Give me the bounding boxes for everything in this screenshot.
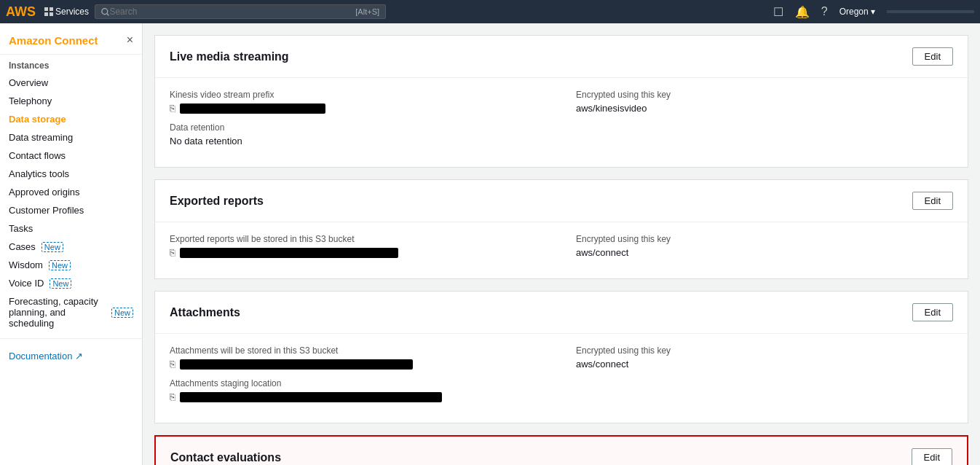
encrypted-value: aws/connect — [576, 359, 953, 370]
sidebar-item-label: Analytics tools — [9, 168, 69, 179]
edit-button-exported-reports[interactable]: Edit — [912, 192, 953, 210]
field-value-row: ⎘ — [170, 103, 547, 114]
edit-button-live-media-streaming[interactable]: Edit — [912, 47, 953, 66]
svg-rect-2 — [44, 12, 48, 16]
section-exported-reports: Exported reportsEditExported reports wil… — [154, 179, 968, 279]
field-value-row: ⎘ — [170, 247, 547, 258]
section-title: Live media streaming — [170, 50, 289, 63]
copy-icon[interactable]: ⎘ — [170, 247, 175, 258]
help-icon[interactable]: ? — [821, 5, 828, 18]
sidebar-item-contact-flows[interactable]: Contact flows — [0, 146, 142, 165]
grid-icon — [44, 7, 53, 16]
copy-icon[interactable]: ⎘ — [170, 391, 175, 402]
svg-rect-0 — [44, 7, 48, 11]
edit-button-contact-evaluations[interactable]: Edit — [912, 448, 952, 465]
field-row: Attachments staging location⎘ — [170, 378, 953, 402]
documentation-label: Documentation — [9, 351, 72, 362]
encrypted-label: Encrypted using this key — [576, 90, 953, 100]
services-button[interactable]: Services — [44, 7, 89, 17]
sidebar-item-label: Customer Profiles — [9, 205, 84, 216]
new-badge: New — [49, 260, 71, 270]
sidebar-divider — [0, 338, 142, 339]
section-title: Contact evaluations — [170, 451, 281, 464]
app-layout: Amazon Connect × Instances OverviewTelep… — [0, 23, 980, 465]
field-label: Kinesis video stream prefix — [170, 90, 547, 100]
sidebar-item-wisdom[interactable]: WisdomNew — [0, 256, 142, 274]
sidebar: Amazon Connect × Instances OverviewTelep… — [0, 23, 143, 465]
search-shortcut: [Alt+S] — [355, 7, 379, 16]
sidebar-item-cases[interactable]: CasesNew — [0, 238, 142, 256]
encrypted-group: Encrypted using this keyaws/connect — [576, 234, 953, 258]
field-value-row: ⎘ — [170, 391, 953, 402]
sidebar-item-forecasting-capacity-planning-and-scheduling[interactable]: Forecasting, capacity planning, and sche… — [0, 292, 142, 332]
field-row: Kinesis video stream prefix⎘Encrypted us… — [170, 90, 953, 114]
sidebar-item-label: Wisdom — [9, 259, 43, 270]
encrypted-value: aws/connect — [576, 247, 953, 258]
encrypted-label: Encrypted using this key — [576, 345, 953, 356]
field-label: Attachments staging location — [170, 378, 953, 388]
search-bar[interactable]: [Alt+S] — [95, 4, 386, 19]
section-title: Attachments — [170, 306, 240, 319]
sidebar-item-customer-profiles[interactable]: Customer Profiles — [0, 201, 142, 219]
sidebar-item-label: Forecasting, capacity planning, and sche… — [9, 296, 106, 329]
sidebar-item-approved-origins[interactable]: Approved origins — [0, 183, 142, 201]
field-value-row: ⎘ — [170, 359, 547, 370]
sidebar-item-label: Telephony — [9, 95, 52, 106]
new-badge: New — [42, 242, 63, 252]
section-contact-evaluations: Contact evaluationsEditContact evaluatio… — [154, 435, 968, 465]
terminal-icon[interactable]: ☐ — [773, 5, 783, 19]
section-title: Exported reports — [170, 195, 264, 208]
field-label: Data retention — [170, 122, 953, 133]
section-header-live-media-streaming: Live media streamingEdit — [155, 36, 968, 78]
account-menu[interactable] — [887, 10, 974, 13]
search-input[interactable] — [109, 7, 352, 17]
section-live-media-streaming: Live media streamingEditKinesis video st… — [154, 35, 968, 168]
new-badge: New — [50, 278, 71, 289]
region-selector[interactable]: Oregon ▾ — [839, 7, 875, 17]
svg-rect-3 — [50, 12, 53, 16]
documentation-link[interactable]: Documentation ↗ — [0, 345, 142, 367]
sidebar-item-data-streaming[interactable]: Data streaming — [0, 128, 142, 146]
sidebar-item-tasks[interactable]: Tasks — [0, 219, 142, 238]
sidebar-item-voice-id[interactable]: Voice IDNew — [0, 274, 142, 292]
section-header-attachments: AttachmentsEdit — [155, 292, 968, 334]
section-body-attachments: Attachments will be stored in this S3 bu… — [155, 334, 968, 423]
encrypted-label: Encrypted using this key — [576, 234, 953, 244]
sidebar-item-data-storage[interactable]: Data storage — [0, 110, 142, 128]
svg-line-5 — [107, 13, 109, 15]
encrypted-group: Encrypted using this keyaws/kinesisvideo — [576, 90, 953, 114]
encrypted-group: Encrypted using this keyaws/connect — [576, 345, 953, 370]
bell-icon[interactable]: 🔔 — [795, 5, 810, 19]
close-sidebar-button[interactable]: × — [127, 34, 133, 47]
redacted-value — [180, 359, 413, 370]
new-badge: New — [111, 308, 133, 318]
sidebar-item-overview[interactable]: Overview — [0, 74, 142, 92]
external-link-icon: ↗ — [75, 351, 83, 362]
sidebar-item-telephony[interactable]: Telephony — [0, 92, 142, 110]
search-icon — [101, 7, 109, 17]
field-row: Attachments will be stored in this S3 bu… — [170, 345, 953, 370]
copy-icon[interactable]: ⎘ — [170, 103, 175, 114]
sidebar-item-label: Tasks — [9, 223, 33, 234]
copy-icon[interactable]: ⎘ — [170, 359, 175, 370]
svg-point-4 — [102, 8, 108, 14]
instances-section-header: Instances — [0, 55, 142, 74]
sidebar-item-label: Data streaming — [9, 132, 73, 143]
section-body-live-media-streaming: Kinesis video stream prefix⎘Encrypted us… — [155, 78, 968, 167]
sidebar-title: Amazon Connect — [9, 34, 98, 47]
top-navigation: AWS Services [Alt+S] ☐ 🔔 ? Oregon ▾ — [0, 0, 980, 23]
redacted-value — [180, 248, 398, 258]
sidebar-item-label: Voice ID — [9, 278, 44, 289]
sidebar-item-analytics-tools[interactable]: Analytics tools — [0, 165, 142, 183]
redacted-value — [180, 103, 325, 114]
sidebar-item-label: Contact flows — [9, 150, 66, 161]
aws-logo: AWS — [6, 4, 36, 20]
redacted-value — [180, 392, 442, 402]
sidebar-item-label: Overview — [9, 77, 48, 88]
edit-button-attachments[interactable]: Edit — [912, 303, 953, 321]
field-group: Attachments will be stored in this S3 bu… — [170, 345, 547, 370]
sidebar-item-label: Approved origins — [9, 187, 80, 198]
sidebar-nav: OverviewTelephonyData storageData stream… — [0, 74, 142, 332]
field-value: No data retention — [170, 136, 953, 146]
field-group: Exported reports will be stored in this … — [170, 234, 547, 258]
